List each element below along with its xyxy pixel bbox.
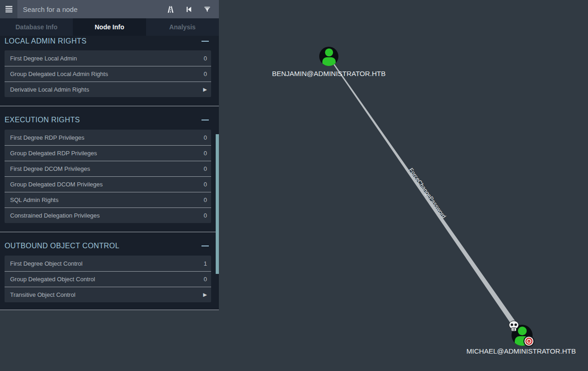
node-benjamin[interactable]: BENJAMIN@ADMINISTRATOR.HTB bbox=[272, 47, 386, 77]
section-header[interactable]: OUTBOUND OBJECT CONTROL bbox=[0, 232, 219, 256]
node-info-section: EXECUTION RIGHTS First Degree RDP Privil… bbox=[0, 106, 219, 223]
target-icon bbox=[523, 336, 534, 347]
row-count: 0 bbox=[204, 71, 207, 77]
node-info-row[interactable]: Group Delegated DCOM Privileges 0 bbox=[5, 176, 211, 192]
collapse-icon[interactable] bbox=[201, 246, 209, 246]
filter-icon bbox=[203, 5, 211, 13]
back-button[interactable] bbox=[184, 5, 193, 14]
node-info-row[interactable]: Group Delegated RDP Privileges 0 bbox=[5, 145, 211, 161]
row-label: Derivative Local Admin Rights bbox=[10, 86, 89, 93]
step-back-icon bbox=[185, 5, 193, 13]
node-info-row[interactable]: Transitive Object Control ▶ bbox=[5, 287, 211, 302]
section-title: EXECUTION RIGHTS bbox=[5, 116, 80, 124]
section-header[interactable]: LOCAL ADMIN RIGHTS bbox=[0, 36, 219, 50]
row-count: 0 bbox=[204, 196, 207, 203]
expand-icon: ▶ bbox=[203, 87, 207, 93]
row-count: 0 bbox=[204, 55, 207, 62]
row-label: Constrained Delegation Privileges bbox=[10, 212, 100, 219]
node-label-benjamin: BENJAMIN@ADMINISTRATOR.HTB bbox=[272, 70, 386, 77]
row-label: Group Delegated DCOM Privileges bbox=[10, 181, 103, 188]
row-count: 1 bbox=[204, 260, 207, 267]
section-title: OUTBOUND OBJECT CONTROL bbox=[5, 242, 120, 250]
menu-icon bbox=[5, 6, 12, 7]
toolbar-actions bbox=[166, 0, 219, 18]
collapse-icon[interactable] bbox=[201, 120, 209, 120]
collapse-icon[interactable] bbox=[201, 41, 209, 42]
row-count: 0 bbox=[204, 165, 207, 172]
node-label-michael: MICHAEL@ADMINISTRATOR.HTB bbox=[467, 347, 576, 355]
section-rows: First Degree Local Admin 0 Group Delegat… bbox=[5, 50, 211, 97]
row-label: Group Delegated Object Control bbox=[10, 276, 95, 283]
menu-button[interactable] bbox=[0, 0, 17, 18]
node-info-row[interactable]: First Degree DCOM Privileges 0 bbox=[5, 161, 211, 176]
filter-button[interactable] bbox=[202, 5, 212, 14]
tab-bar: Database Info Node Info Analysis bbox=[0, 18, 219, 36]
pathfinding-button[interactable] bbox=[166, 5, 175, 14]
section-header[interactable]: EXECUTION RIGHTS bbox=[0, 106, 219, 130]
node-info-panel: Database Info Node Info Analysis LOCAL A… bbox=[0, 0, 219, 310]
row-label: First Degree DCOM Privileges bbox=[10, 165, 90, 172]
node-info-row[interactable]: First Degree Object Control 1 bbox=[5, 256, 211, 271]
section-title: LOCAL ADMIN RIGHTS bbox=[5, 37, 87, 45]
node-info-row[interactable]: Group Delegated Local Admin Rights 0 bbox=[5, 66, 211, 82]
node-michael[interactable]: MICHAEL@ADMINISTRATOR.HTB bbox=[467, 321, 576, 355]
edge-force-change-password[interactable]: ForceChangePassword bbox=[333, 64, 517, 327]
search-toolbar bbox=[0, 0, 219, 18]
edge-label: ForceChangePassword bbox=[408, 167, 447, 219]
node-info-row[interactable]: Constrained Delegation Privileges 0 bbox=[5, 207, 211, 223]
section-rows: First Degree Object Control 1 Group Dele… bbox=[5, 256, 211, 302]
row-count: 0 bbox=[204, 150, 207, 157]
row-label: Group Delegated RDP Privileges bbox=[10, 150, 97, 157]
row-label: First Degree RDP Privileges bbox=[10, 134, 84, 141]
row-count: 0 bbox=[204, 276, 207, 283]
section-rows: First Degree RDP Privileges 0 Group Dele… bbox=[5, 130, 211, 223]
row-label: Group Delegated Local Admin Rights bbox=[10, 71, 108, 77]
tab-analysis[interactable]: Analysis bbox=[146, 18, 219, 36]
road-icon bbox=[166, 5, 175, 14]
node-info-row[interactable]: Derivative Local Admin Rights ▶ bbox=[5, 82, 211, 97]
node-info-row[interactable]: First Degree Local Admin 0 bbox=[5, 50, 211, 66]
tab-node-info[interactable]: Node Info bbox=[73, 18, 146, 36]
node-info-section: OUTBOUND OBJECT CONTROL First Degree Obj… bbox=[0, 232, 219, 302]
row-label: First Degree Local Admin bbox=[10, 55, 77, 62]
row-count: 0 bbox=[204, 134, 207, 141]
row-label: SQL Admin Rights bbox=[10, 196, 59, 203]
row-label: Transitive Object Control bbox=[10, 291, 76, 298]
node-info-row[interactable]: Group Delegated Object Control 0 bbox=[5, 271, 211, 287]
row-label: First Degree Object Control bbox=[10, 260, 82, 267]
expand-icon: ▶ bbox=[203, 292, 207, 298]
row-count: 0 bbox=[204, 181, 207, 188]
search-input[interactable] bbox=[17, 0, 166, 18]
panel-scrollbar[interactable] bbox=[216, 134, 219, 274]
node-info-row[interactable]: SQL Admin Rights 0 bbox=[5, 192, 211, 207]
node-info-sections: LOCAL ADMIN RIGHTS First Degree Local Ad… bbox=[0, 36, 219, 302]
node-info-row[interactable]: First Degree RDP Privileges 0 bbox=[5, 130, 211, 145]
row-count: 0 bbox=[204, 212, 207, 219]
node-info-section: LOCAL ADMIN RIGHTS First Degree Local Ad… bbox=[0, 36, 219, 97]
tab-database-info[interactable]: Database Info bbox=[0, 18, 73, 36]
